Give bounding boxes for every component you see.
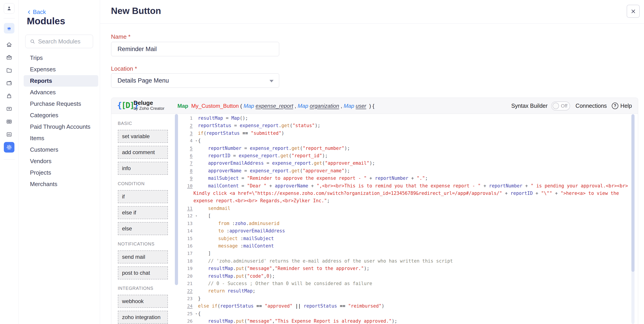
back-label: Back xyxy=(33,8,46,15)
modules-search[interactable] xyxy=(25,35,93,48)
code-line: 19resultMap.put("message","Reminder sent… xyxy=(178,265,638,272)
fold-arrow-icon[interactable]: ▾ xyxy=(195,310,197,318)
code-line: 18// 'zoho.adminuserid' returns the e-ma… xyxy=(178,257,638,265)
sidebar-item-paid-through-accounts[interactable]: Paid Through Accounts xyxy=(24,121,98,133)
code-line: 7approverEmailAddress = expense_report.g… xyxy=(178,160,638,167)
sidebar-item-trips[interactable]: Trips xyxy=(24,52,98,64)
snippet-else-if[interactable]: else if xyxy=(118,206,168,219)
rail-card-icon[interactable] xyxy=(4,104,14,114)
location-select[interactable]: Details Page Menu xyxy=(111,73,279,88)
code-line: 1resultMap = Map(); xyxy=(178,115,638,122)
search-input[interactable] xyxy=(38,38,90,45)
line-number-gutter: 4▾ xyxy=(178,137,198,145)
briefcase-icon xyxy=(6,54,12,61)
rail-divider xyxy=(4,18,15,18)
snippet-else[interactable]: else xyxy=(118,222,168,235)
snippet-send-mail[interactable]: send mail xyxy=(118,250,168,264)
signature-token: ) { xyxy=(366,103,374,109)
syntax-builder-toggle[interactable]: Off xyxy=(551,102,570,111)
rail-bag-icon[interactable] xyxy=(4,91,14,101)
bar-chart-icon xyxy=(6,131,12,138)
sidebar-item-categories[interactable]: Categories xyxy=(24,110,98,121)
snippet-add-comment[interactable]: add comment xyxy=(118,146,168,159)
code-line: 10mailContent = "Dear " + approverName +… xyxy=(178,182,638,190)
rail-folder-icon[interactable] xyxy=(4,65,14,76)
signature-token: user xyxy=(356,103,366,109)
location-label: Location * xyxy=(111,65,137,72)
signature-token: organization xyxy=(310,103,339,109)
snippet-webhook[interactable]: webhook xyxy=(118,295,168,308)
back-link[interactable]: Back xyxy=(26,8,46,15)
fold-arrow-icon[interactable]: ▾ xyxy=(195,137,197,145)
editor-brand-sub: by Zoho Creator xyxy=(134,106,164,111)
cashbox-icon xyxy=(6,118,12,125)
rail-user-icon[interactable] xyxy=(4,3,14,14)
gear-icon xyxy=(6,144,12,151)
line-number-gutter: 7 xyxy=(178,160,198,167)
wallet-icon xyxy=(6,80,12,87)
sidebar-item-reports[interactable]: Reports xyxy=(24,75,98,87)
palette-scrollbar[interactable] xyxy=(175,114,178,285)
rail-divider xyxy=(4,159,15,160)
snippet-if[interactable]: if xyxy=(118,190,168,203)
question-circle-icon[interactable]: ? xyxy=(612,103,618,109)
chevron-left-icon xyxy=(26,10,32,15)
toggle-knob xyxy=(552,103,559,109)
rail-home-icon[interactable] xyxy=(4,39,14,50)
code-line: 8approverName = expense_report.get("appr… xyxy=(178,167,638,174)
sidebar-item-expenses[interactable]: Expenses xyxy=(24,64,98,75)
rail-cashbox-icon[interactable] xyxy=(4,116,14,127)
code-scrollbar[interactable] xyxy=(632,114,634,272)
sidebar-item-purchase-requests[interactable]: Purchase Requests xyxy=(24,98,98,110)
function-signature: Map My_Custom_Button ( Map expense_repor… xyxy=(178,98,374,114)
sidebar-item-projects[interactable]: Projects xyxy=(24,167,98,178)
sidebar-item-vendors[interactable]: Vendors xyxy=(24,156,98,167)
sidebar-item-merchants[interactable]: Merchants xyxy=(24,178,98,190)
sidebar-item-advances[interactable]: Advances xyxy=(24,87,98,98)
signature-token xyxy=(188,103,191,109)
folder-icon xyxy=(6,67,12,74)
code-line: 23} xyxy=(178,295,638,302)
line-number-gutter: 2 xyxy=(178,122,198,129)
line-number-gutter: 1 xyxy=(178,115,198,122)
line-number-gutter: 11 xyxy=(178,205,198,212)
line-number-gutter: 5 xyxy=(178,145,198,152)
line-number-gutter: 22 xyxy=(178,287,198,295)
code-line: 20resultMap.put("code",0); xyxy=(178,273,638,280)
sidebar-item-customers[interactable]: Customers xyxy=(24,144,98,156)
line-number-gutter: 15 xyxy=(178,235,198,242)
signature-token: Map xyxy=(244,103,254,109)
help-button[interactable]: Help xyxy=(620,103,632,109)
code-line: 5reportNumber = expense_report.get("repo… xyxy=(178,145,638,152)
line-number-gutter xyxy=(178,197,198,204)
snippet-info[interactable]: info xyxy=(118,162,168,175)
line-number-gutter: 12▾ xyxy=(178,212,198,220)
close-button[interactable] xyxy=(627,5,640,18)
location-value: Details Page Menu xyxy=(118,77,169,84)
signature-token: Map xyxy=(178,103,188,109)
snippet-post-to-chat[interactable]: post to chat xyxy=(118,266,168,280)
code-line: 2reportStatus = expense_report.get("stat… xyxy=(178,122,638,129)
rail-crown-icon[interactable] xyxy=(4,23,14,33)
sidebar-item-items[interactable]: Items xyxy=(24,133,98,144)
home-icon xyxy=(6,41,12,48)
fold-arrow-icon[interactable]: ▾ xyxy=(195,212,197,220)
snippet-set-variable[interactable]: set variable xyxy=(118,130,168,143)
connections-button[interactable]: Connections xyxy=(576,103,607,109)
title-divider xyxy=(100,23,644,24)
code-line: Kindly click <a href=\"https://expense.z… xyxy=(178,190,638,197)
rail-wallet-icon[interactable] xyxy=(4,78,14,88)
code-editor[interactable]: 1resultMap = Map();2reportStatus = expen… xyxy=(178,114,638,324)
line-number-gutter: 9 xyxy=(178,174,198,182)
rail-briefcase-icon[interactable] xyxy=(4,52,14,63)
code-line: 21// 0 - Success ; Other than 0 will be … xyxy=(178,280,638,287)
snippet-zoho-integration[interactable]: zoho integration xyxy=(118,311,168,324)
code-line: 13from :zoho.adminuserid xyxy=(178,220,638,227)
rail-bar-chart-icon[interactable] xyxy=(4,129,14,140)
rail-gear-icon[interactable] xyxy=(4,142,14,153)
code-line: 22return resultMap; xyxy=(178,287,638,295)
code-line: 3if(reportStatus == "submitted") xyxy=(178,130,638,137)
name-field[interactable] xyxy=(111,42,279,56)
line-number-gutter: 3 xyxy=(178,130,198,137)
main-panel: New Button Name * Location * Details Pag… xyxy=(100,0,644,324)
